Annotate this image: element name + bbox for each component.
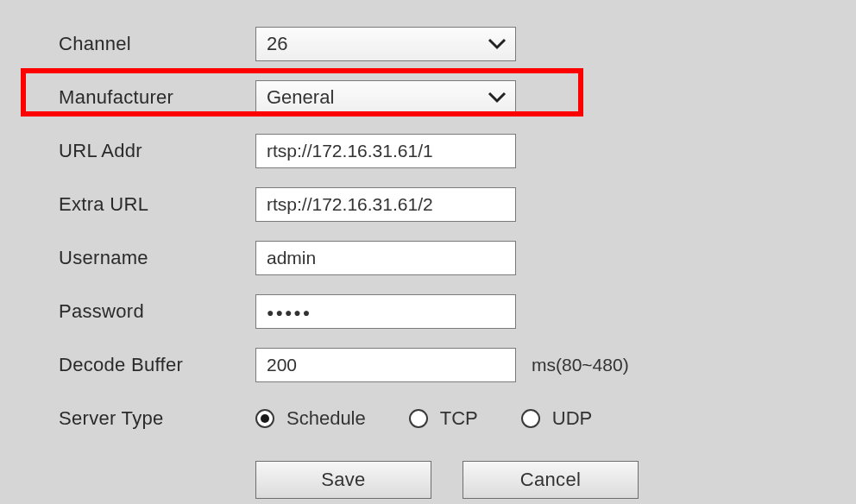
cancel-button[interactable]: Cancel bbox=[463, 461, 639, 499]
radio-schedule[interactable]: Schedule bbox=[255, 407, 366, 430]
row-server-type: Server Type Schedule TCP UDP bbox=[0, 392, 856, 445]
row-channel: Channel 26 bbox=[0, 17, 856, 71]
radio-udp[interactable]: UDP bbox=[521, 407, 592, 430]
radio-tcp[interactable]: TCP bbox=[409, 407, 478, 430]
label-manufacturer: Manufacturer bbox=[59, 86, 255, 109]
manufacturer-select[interactable]: General bbox=[255, 80, 516, 115]
row-manufacturer: Manufacturer General bbox=[0, 71, 856, 124]
username-input[interactable] bbox=[255, 241, 516, 275]
form-container: Channel 26 Manufacturer General URL Addr bbox=[0, 0, 856, 499]
chevron-down-icon bbox=[488, 38, 507, 50]
row-extra-url: Extra URL bbox=[0, 178, 856, 231]
row-url-addr: URL Addr bbox=[0, 124, 856, 178]
radio-label-schedule: Schedule bbox=[286, 407, 366, 430]
save-button[interactable]: Save bbox=[255, 461, 431, 499]
radio-icon bbox=[521, 409, 540, 428]
channel-select[interactable]: 26 bbox=[255, 27, 516, 61]
row-password: Password ●●●●● bbox=[0, 285, 856, 338]
channel-select-value: 26 bbox=[267, 33, 287, 55]
radio-icon bbox=[409, 409, 428, 428]
radio-label-tcp: TCP bbox=[440, 407, 478, 430]
label-decode-buffer: Decode Buffer bbox=[59, 354, 255, 376]
label-server-type: Server Type bbox=[59, 407, 255, 430]
row-decode-buffer: Decode Buffer ms(80~480) bbox=[0, 338, 856, 392]
label-password: Password bbox=[59, 300, 255, 323]
label-url-addr: URL Addr bbox=[59, 140, 255, 162]
radio-label-udp: UDP bbox=[552, 407, 592, 430]
chevron-down-icon bbox=[488, 91, 507, 104]
button-row: Save Cancel bbox=[0, 461, 856, 499]
decode-buffer-input[interactable] bbox=[255, 348, 516, 382]
password-input[interactable]: ●●●●● bbox=[255, 294, 516, 329]
extra-url-input[interactable] bbox=[255, 187, 516, 222]
label-username: Username bbox=[59, 247, 255, 269]
server-type-radio-group: Schedule TCP UDP bbox=[255, 407, 592, 430]
label-extra-url: Extra URL bbox=[59, 193, 255, 216]
radio-icon bbox=[255, 409, 274, 428]
label-channel: Channel bbox=[59, 33, 255, 55]
url-addr-input[interactable] bbox=[255, 134, 516, 168]
manufacturer-select-value: General bbox=[267, 86, 334, 109]
row-username: Username bbox=[0, 231, 856, 285]
decode-buffer-hint: ms(80~480) bbox=[532, 355, 629, 375]
